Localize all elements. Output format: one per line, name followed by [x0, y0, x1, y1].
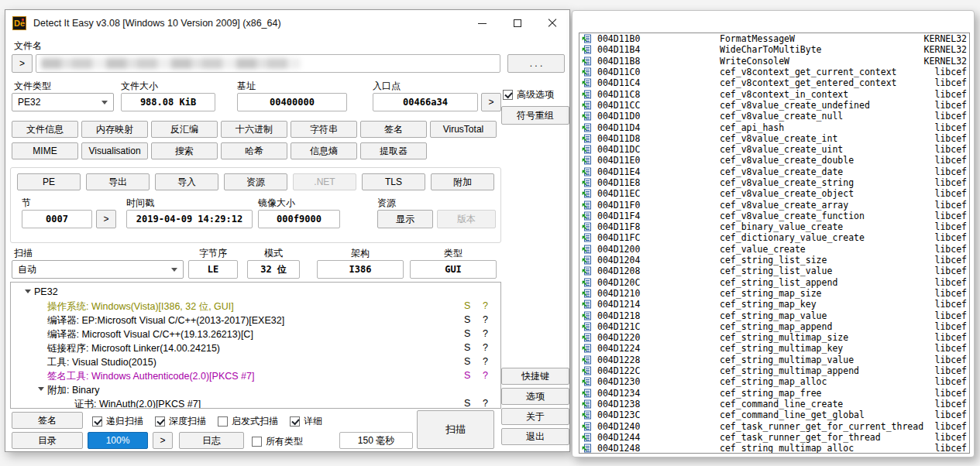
log-button[interactable]: 日志 [179, 432, 244, 449]
import-row[interactable]: 004D11E4cef_v8value_create_datelibcef [579, 166, 969, 177]
action-button[interactable]: 导入 [155, 173, 218, 190]
import-row[interactable]: 004D11D0cef_v8value_create_nulllibcef [579, 111, 969, 122]
timestamp-field[interactable]: 2019-04-09 14:29:12 [126, 210, 253, 228]
action-button[interactable]: 提取器 [360, 142, 427, 159]
tree-row[interactable]: 编译器: Microsoft Visual C/C++(19.13.26213)… [11, 327, 500, 341]
import-row[interactable]: 004D11F4cef_v8value_create_functionlibce… [579, 211, 969, 221]
shortcuts-button[interactable]: 快捷键 [501, 368, 569, 385]
scan-mode-select[interactable]: 自动 [12, 260, 184, 279]
status-s[interactable]: S [464, 370, 470, 381]
import-row[interactable]: 004D1214cef_string_map_keylibcef [579, 299, 969, 310]
action-button[interactable]: PE [17, 173, 81, 190]
import-row[interactable]: 004D1240cef_task_runner_get_for_current_… [579, 420, 969, 431]
close-button[interactable] [535, 10, 569, 36]
import-row[interactable]: 004D1224cef_string_multimap_keylibcef [579, 343, 969, 354]
import-row[interactable]: 004D1218cef_string_map_valuelibcef [579, 310, 969, 320]
import-row[interactable]: 004D1220cef_string_multimap_sizelibcef [579, 332, 969, 343]
action-button[interactable]: 附加 [431, 173, 494, 190]
import-row[interactable]: 004D11D8cef_v8value_create_intlibcef [579, 133, 969, 144]
expander-icon[interactable] [25, 290, 31, 293]
import-row[interactable]: 004D1208cef_string_list_valuelibcef [579, 266, 969, 276]
import-row[interactable]: 004D1238cef_command_line_createlibcef [579, 399, 969, 409]
action-button[interactable]: VirusTotal [430, 121, 497, 138]
help-question[interactable]: ? [483, 328, 488, 339]
scan-button[interactable]: 扫描 [417, 410, 494, 449]
file-type-select[interactable]: PE32 [12, 93, 114, 111]
image-size-field[interactable]: 000f9000 [258, 210, 340, 228]
signatures-button[interactable]: 签名 [12, 412, 83, 429]
import-row[interactable]: 004D11E8cef_v8value_create_stringlibcef [579, 177, 969, 188]
action-button[interactable]: 哈希 [221, 142, 287, 159]
arch-field[interactable]: I386 [317, 260, 404, 279]
action-button[interactable]: 字符串 [291, 121, 357, 138]
status-s[interactable]: S [464, 398, 470, 409]
base-address-field[interactable]: 00400000 [237, 93, 347, 111]
type-field[interactable]: GUI [410, 260, 497, 279]
help-question[interactable]: ? [483, 314, 488, 325]
import-row[interactable]: 004D120Ccef_string_list_appendlibcef [579, 277, 969, 288]
action-button[interactable]: Visualisation [81, 142, 148, 159]
import-row[interactable]: 004D1244cef_task_runner_get_for_threadli… [579, 432, 969, 443]
action-button[interactable]: 文件信息 [12, 121, 78, 138]
file-size-field[interactable]: 988.08 KiB [121, 93, 215, 111]
tree-row[interactable]: 操作系统: Windows(Vista)[I386, 32 位, GUI]S? [11, 299, 500, 313]
import-row[interactable]: 004D1204cef_string_list_sizelibcef [579, 255, 969, 266]
deep-scan-checkbox[interactable]: 深度扫描 [155, 415, 206, 428]
exit-button[interactable]: 退出 [501, 428, 569, 445]
import-row[interactable]: 004D11B0FormatMessageWKERNEL32 [579, 33, 969, 44]
resources-show-button[interactable]: 显示 [377, 210, 433, 228]
mode-field[interactable]: 32 位 [247, 260, 300, 279]
import-row[interactable]: 004D11FCcef_dictionary_value_createlibce… [579, 232, 969, 243]
endianness-field[interactable]: LE [188, 260, 238, 279]
import-row[interactable]: 004D11C4cef_v8context_get_entered_contex… [579, 77, 969, 88]
demangle-button[interactable]: 符号重组 [501, 106, 569, 125]
import-row[interactable]: 004D1210cef_string_map_sizelibcef [579, 288, 969, 299]
import-row[interactable]: 004D11C8cef_v8context_in_contextlibcef [579, 88, 969, 99]
tree-row[interactable]: PE32 [11, 285, 500, 299]
action-button[interactable]: 签名 [360, 121, 427, 138]
help-question[interactable]: ? [483, 398, 488, 409]
resources-version-button[interactable]: 版本 [437, 210, 496, 228]
help-question[interactable]: ? [483, 370, 488, 381]
tree-row[interactable]: 链接程序: Microsoft Linker(14.00.24215)S? [11, 341, 500, 355]
status-s[interactable]: S [464, 342, 470, 353]
action-button[interactable]: 资源 [224, 173, 287, 190]
browse-button[interactable]: . . . [507, 54, 565, 73]
action-button[interactable]: 反汇编 [151, 121, 218, 138]
import-row[interactable]: 004D11B4WideCharToMultiByteKERNEL32 [579, 44, 969, 55]
scan-results-tree[interactable]: PE32操作系统: Windows(Vista)[I386, 32 位, GUI… [10, 282, 501, 409]
status-s[interactable]: S [464, 356, 470, 367]
import-row[interactable]: 004D1248cef_string_multimap_alloclibcef [579, 443, 969, 454]
help-question[interactable]: ? [483, 300, 488, 311]
import-row[interactable]: 004D11B8WriteConsoleWKERNEL32 [579, 56, 969, 67]
action-button[interactable]: 十六进制 [221, 121, 287, 138]
import-row[interactable]: 004D122Ccef_string_multimap_appendlibcef [579, 365, 969, 376]
advanced-options-checkbox[interactable]: 高级选项 [503, 88, 554, 101]
entry-point-more-button[interactable]: > [481, 93, 501, 111]
maximize-button[interactable] [500, 10, 535, 36]
action-button[interactable]: .NET [293, 173, 356, 190]
directory-button[interactable]: 目录 [12, 432, 83, 449]
options-button[interactable]: 选项 [501, 388, 569, 405]
tree-row[interactable]: 证书: WinAuth(2.0)[PKCS #7]S? [11, 396, 500, 409]
tree-row[interactable]: 附加: Binary [11, 382, 500, 396]
tree-row[interactable]: 签名工具: Windows Authenticode(2.0)[PKCS #7]… [11, 368, 500, 382]
action-button[interactable]: 内存映射 [81, 121, 148, 138]
action-button[interactable]: 导出 [86, 173, 150, 190]
import-row[interactable]: 004D11F0cef_v8value_create_arraylibcef [579, 199, 969, 210]
sections-more-button[interactable]: > [96, 210, 116, 228]
title-bar[interactable]: De Detect It Easy v3.08 [Windows 10 Vers… [5, 10, 569, 36]
expander-icon[interactable] [38, 387, 44, 391]
action-button[interactable]: MIME [12, 142, 78, 159]
help-question[interactable]: ? [483, 356, 488, 367]
import-row[interactable]: 004D11C0cef_v8context_get_current_contex… [579, 67, 969, 77]
import-row[interactable]: 004D1234cef_string_map_freelibcef [579, 388, 969, 399]
import-row[interactable]: 004D11E0cef_v8value_create_doublelibcef [579, 155, 969, 166]
all-types-checkbox[interactable]: 所有类型 [252, 435, 303, 448]
file-name-input[interactable] [36, 54, 500, 73]
action-button[interactable]: TLS [362, 173, 425, 190]
action-button[interactable]: 搜索 [151, 142, 218, 159]
import-row[interactable]: 004D1200cef_value_createlibcef [579, 244, 969, 255]
import-row[interactable]: 004D1230cef_string_map_alloclibcef [579, 376, 969, 387]
import-row[interactable]: 004D11DCcef_v8value_create_uintlibcef [579, 144, 969, 155]
